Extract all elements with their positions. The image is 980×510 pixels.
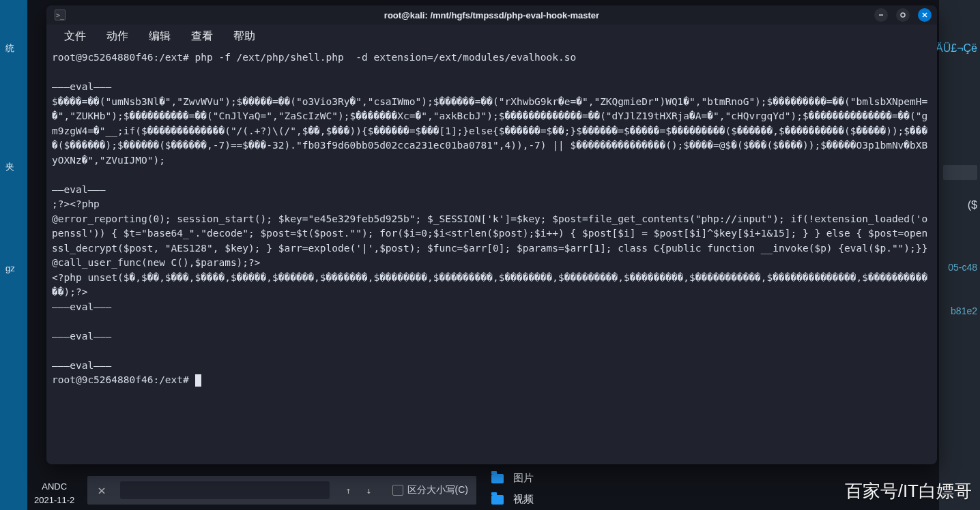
desktop-text-gz: gz bbox=[5, 263, 15, 273]
terminal-block-3: @error_reporting(0); session_start(); $k… bbox=[52, 213, 934, 269]
bottom-left-line1: ANDC bbox=[34, 480, 74, 494]
titlebar: >_ root@kali: /mnt/hgfs/tmpssd/php-eval-… bbox=[46, 5, 937, 25]
terminal-block-2: ;?><?php bbox=[52, 198, 100, 209]
search-down-icon[interactable]: ↓ bbox=[361, 482, 377, 498]
menu-help[interactable]: 帮助 bbox=[224, 27, 265, 46]
folder-icon bbox=[491, 474, 504, 483]
close-button[interactable] bbox=[918, 8, 932, 22]
right-text-3: 05-c48 bbox=[948, 262, 977, 273]
watermark: 百家号/IT白嫖哥 bbox=[845, 479, 972, 503]
eval-marker-3: ———eval——— bbox=[52, 301, 111, 312]
maximize-button[interactable] bbox=[896, 8, 910, 22]
terminal-prompt-1: root@9c5264880f46:/ext# php -f /ext/php/… bbox=[52, 52, 576, 63]
svg-point-1 bbox=[901, 13, 905, 17]
eval-marker-1: ———eval——— bbox=[52, 81, 111, 92]
menubar: 文件 动作 编辑 查看 帮助 bbox=[46, 25, 937, 48]
right-text-2: ($ bbox=[968, 199, 977, 211]
terminal-icon: >_ bbox=[55, 10, 66, 20]
bottom-left-text: ANDC 2021-11-2 bbox=[34, 480, 74, 507]
minimize-button[interactable] bbox=[874, 8, 888, 22]
window-controls bbox=[874, 8, 932, 22]
search-up-icon[interactable]: ↑ bbox=[341, 482, 357, 498]
eval-marker-5: ———eval——— bbox=[52, 360, 111, 371]
fm-label-videos: 视频 bbox=[513, 493, 534, 506]
menu-action[interactable]: 动作 bbox=[97, 27, 138, 46]
fm-item-pictures[interactable]: 图片 bbox=[483, 468, 620, 489]
menu-file[interactable]: 文件 bbox=[55, 27, 96, 46]
checkbox-icon bbox=[392, 485, 403, 496]
folder-icon bbox=[491, 495, 504, 505]
desktop-text-folder: 夹 bbox=[5, 161, 14, 173]
terminal-body[interactable]: root@9c5264880f46:/ext# php -f /ext/php/… bbox=[46, 48, 937, 464]
terminal-prompt-2: root@9c5264880f46:/ext# bbox=[52, 374, 195, 385]
bottom-left-line2: 2021-11-2 bbox=[34, 494, 74, 507]
eval-marker-4: ———eval——— bbox=[52, 331, 111, 342]
eval-marker-2: ——eval——— bbox=[52, 184, 106, 195]
desktop-text-sys: 统 bbox=[5, 42, 14, 55]
fm-item-videos[interactable]: 视频 bbox=[483, 489, 620, 510]
file-manager-panel: 图片 视频 bbox=[483, 468, 620, 510]
right-text-4: b81e2 bbox=[951, 305, 977, 316]
right-panel: +ÄÜ£¬Çë ($ 05-c48 b81e2 bbox=[939, 0, 980, 510]
window-title: root@kali: /mnt/hgfs/tmpssd/php-eval-hoo… bbox=[384, 10, 599, 20]
fm-label-pictures: 图片 bbox=[513, 472, 534, 485]
terminal-cursor bbox=[195, 374, 201, 387]
menu-view[interactable]: 查看 bbox=[182, 27, 222, 46]
terminal-block-4: <?php unset($�,$��,$���,$����,$�����,$��… bbox=[52, 272, 927, 298]
case-sensitive-label: 区分大小写(C) bbox=[407, 484, 468, 496]
case-sensitive-checkbox[interactable]: 区分大小写(C) bbox=[384, 484, 476, 496]
search-close-button[interactable]: × bbox=[87, 476, 116, 505]
menu-edit[interactable]: 编辑 bbox=[139, 27, 180, 46]
terminal-window: >_ root@kali: /mnt/hgfs/tmpssd/php-eval-… bbox=[46, 5, 937, 464]
terminal-block-1: $����=��("umNsb3Nl�","ZwvWVu");$�����=��… bbox=[52, 96, 927, 166]
search-bar: × ↑ ↓ 区分大小写(C) bbox=[87, 476, 476, 505]
search-input[interactable] bbox=[120, 481, 330, 499]
